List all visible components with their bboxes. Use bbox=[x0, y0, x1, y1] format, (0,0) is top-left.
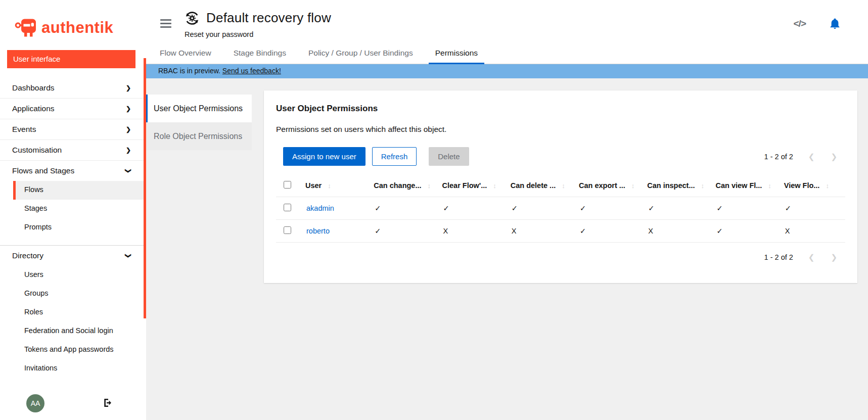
row-select-cell bbox=[276, 220, 298, 243]
column-header-can-change[interactable]: Can change...↕ bbox=[367, 176, 435, 197]
sort-icon: ↕ bbox=[428, 182, 431, 190]
permission-cell: ✓ bbox=[572, 197, 640, 220]
sidebar-item-invitations[interactable]: Invitations bbox=[13, 359, 146, 378]
sidebar-item-roles[interactable]: Roles bbox=[13, 303, 146, 322]
api-drawer-icon[interactable]: </> bbox=[791, 18, 809, 30]
row-checkbox[interactable] bbox=[284, 204, 291, 211]
chevron-right-icon: ❯ bbox=[126, 105, 131, 112]
sidebar-item-label: Directory bbox=[12, 251, 43, 260]
sidebar-item-events[interactable]: Events❯ bbox=[0, 119, 146, 139]
sidebar-item-stages[interactable]: Stages bbox=[13, 200, 146, 218]
banner-text: RBAC is in preview. bbox=[158, 67, 220, 75]
select-all-checkbox[interactable] bbox=[284, 181, 291, 189]
sort-icon: ↕ bbox=[701, 182, 705, 190]
app-root: authentik User interface Dashboards❯Appl… bbox=[0, 0, 868, 420]
chevron-right-icon: ❯ bbox=[126, 84, 131, 91]
authentik-key-icon bbox=[14, 17, 37, 38]
sidebar-item-directory[interactable]: Directory❯ bbox=[0, 246, 146, 266]
sort-icon: ↕ bbox=[768, 182, 771, 190]
sidebar-item-flows[interactable]: Flows bbox=[13, 181, 146, 200]
column-header-user[interactable]: User↕ bbox=[298, 176, 367, 197]
sidebar-nav: Dashboards❯Applications❯Events❯Customisa… bbox=[0, 78, 146, 378]
avatar[interactable]: AA bbox=[26, 394, 44, 412]
sort-icon: ↕ bbox=[826, 182, 829, 190]
sort-icon: ↕ bbox=[328, 182, 331, 190]
header-actions: </> bbox=[791, 10, 853, 30]
sidebar-item-label: Flows and Stages bbox=[12, 166, 74, 175]
pagination-prev-button[interactable]: ❮ bbox=[800, 152, 823, 161]
column-header-label: Can export ... bbox=[579, 181, 625, 190]
sidebar-item-federation-and-social-login[interactable]: Federation and Social login bbox=[13, 322, 146, 341]
user-link[interactable]: roberto bbox=[306, 227, 330, 235]
sidebar-item-dashboards[interactable]: Dashboards❯ bbox=[0, 78, 146, 98]
column-header-view-flo[interactable]: View Flo...↕ bbox=[777, 176, 845, 197]
sidebar-item-prompts[interactable]: Prompts bbox=[13, 218, 146, 237]
side-tab-role-object-permissions[interactable]: Role Object Permissions bbox=[146, 122, 252, 150]
page-subtitle: Reset your password bbox=[185, 30, 331, 38]
sidebar-item-groups[interactable]: Groups bbox=[13, 285, 146, 303]
sidebar-footer: AA bbox=[0, 394, 146, 414]
permission-cell: ✓ bbox=[709, 220, 777, 243]
table-row: akadmin✓✓✓✓✓✓✓ bbox=[276, 197, 845, 220]
tab-permissions[interactable]: Permissions bbox=[429, 45, 484, 64]
tab-policy-group-user-bindings[interactable]: Policy / Group / User Bindings bbox=[302, 45, 420, 64]
logout-button[interactable] bbox=[103, 398, 113, 408]
sidebar-item-applications[interactable]: Applications❯ bbox=[0, 99, 146, 119]
select-all-cell bbox=[276, 176, 298, 197]
user-interface-banner[interactable]: User interface bbox=[7, 50, 135, 68]
sidebar-item-users[interactable]: Users bbox=[13, 266, 146, 285]
tab-stage-bindings[interactable]: Stage Bindings bbox=[227, 45, 293, 64]
pagination-prev-button[interactable]: ❮ bbox=[800, 253, 823, 262]
column-header-label: View Flo... bbox=[784, 181, 820, 190]
delete-button[interactable]: Delete bbox=[429, 147, 469, 166]
permission-cell: ✓ bbox=[640, 197, 708, 220]
brand-logo[interactable]: authentik bbox=[0, 0, 146, 43]
assign-to-new-user-button[interactable]: Assign to new user bbox=[283, 147, 366, 166]
permission-cell: ✓ bbox=[367, 220, 435, 243]
sort-icon: ↕ bbox=[631, 182, 635, 190]
sidebar-scrollbar-thumb[interactable] bbox=[144, 58, 146, 318]
refresh-button[interactable]: Refresh bbox=[372, 147, 417, 166]
permission-cell: X bbox=[777, 220, 845, 243]
side-tab-user-object-permissions[interactable]: User Object Permissions bbox=[146, 95, 252, 122]
sort-icon: ↕ bbox=[562, 182, 565, 190]
column-header-label: Can view Fl... bbox=[716, 181, 762, 190]
side-tabs: User Object PermissionsRole Object Permi… bbox=[146, 78, 252, 150]
sidebar-item-label: Dashboards bbox=[12, 83, 55, 92]
sign-out-icon bbox=[103, 398, 113, 408]
permission-cell: ✓ bbox=[435, 197, 504, 220]
title-block: Default recovery flow Reset your passwor… bbox=[185, 10, 331, 38]
column-header-can-inspect[interactable]: Can inspect...↕ bbox=[640, 176, 708, 197]
tab-flow-overview[interactable]: Flow Overview bbox=[153, 45, 218, 64]
sidebar-item-flows-and-stages[interactable]: Flows and Stages❯ bbox=[0, 161, 146, 181]
sidebar-item-tokens-and-app-passwords[interactable]: Tokens and App passwords bbox=[13, 341, 146, 359]
permission-cell: ✓ bbox=[709, 197, 777, 220]
main-area: Default recovery flow Reset your passwor… bbox=[146, 0, 868, 420]
column-header-can-delete[interactable]: Can delete ...↕ bbox=[504, 176, 572, 197]
permissions-table: User↕Can change...↕Clear Flow'...↕Can de… bbox=[276, 176, 845, 243]
pagination-next-button[interactable]: ❯ bbox=[823, 152, 845, 161]
content-area: User Object PermissionsRole Object Permi… bbox=[146, 78, 868, 420]
column-header-can-export[interactable]: Can export ...↕ bbox=[572, 176, 640, 197]
permissions-table-wrap: User↕Can change...↕Clear Flow'...↕Can de… bbox=[276, 176, 845, 243]
row-checkbox[interactable] bbox=[284, 226, 291, 234]
chevron-right-icon: ❯ bbox=[126, 147, 131, 154]
user-cell: akadmin bbox=[298, 197, 367, 220]
column-header-label: User bbox=[305, 181, 322, 190]
user-link[interactable]: akadmin bbox=[306, 204, 334, 212]
permission-cell: ✓ bbox=[504, 197, 572, 220]
column-header-can-view-fl[interactable]: Can view Fl...↕ bbox=[709, 176, 777, 197]
page-header: Default recovery flow Reset your passwor… bbox=[146, 0, 868, 38]
brand-wordmark: authentik bbox=[41, 19, 113, 37]
bell-icon bbox=[829, 17, 841, 30]
pagination-next-button[interactable]: ❯ bbox=[823, 253, 845, 262]
notifications-button[interactable] bbox=[829, 17, 841, 30]
chevron-down-icon: ❯ bbox=[125, 168, 132, 173]
rbac-preview-banner: RBAC is in preview. Send us feedback! bbox=[146, 64, 868, 78]
pagination-top: 1 - 2 of 2 ❮ ❯ bbox=[764, 152, 845, 161]
feedback-link[interactable]: Send us feedback! bbox=[222, 67, 281, 75]
column-header-clear-flow[interactable]: Clear Flow'...↕ bbox=[435, 176, 504, 197]
toolbar: Assign to new user Refresh Delete 1 - 2 … bbox=[276, 147, 845, 166]
sidebar-item-customisation[interactable]: Customisation❯ bbox=[0, 140, 146, 160]
menu-toggle-button[interactable] bbox=[160, 19, 171, 30]
